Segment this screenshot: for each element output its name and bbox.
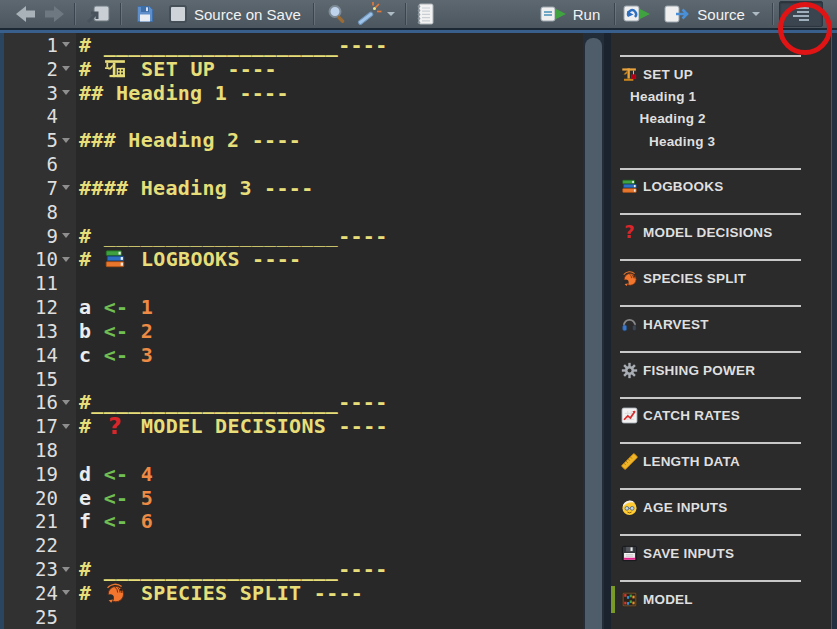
code-line[interactable]: c <- 3 — [76, 343, 583, 367]
document-outline-toggle-button[interactable] — [779, 1, 823, 27]
editor-line[interactable]: 24# SPECIES SPLIT ---- — [4, 581, 583, 605]
code-line[interactable]: a <- 1 — [76, 295, 583, 319]
code-line[interactable]: ## Heading 1 ---- — [76, 81, 583, 105]
code-line[interactable] — [76, 104, 583, 128]
source-button[interactable]: Source — [664, 3, 745, 25]
editor-line[interactable]: 4 — [4, 104, 583, 128]
fold-chevron-icon[interactable] — [62, 42, 70, 47]
editor-line[interactable]: 2# SET UP ---- — [4, 57, 583, 81]
outline-item[interactable]: HARVEST — [620, 313, 831, 335]
outline-separator[interactable] — [620, 351, 801, 353]
wand-dropdown-caret[interactable] — [387, 12, 395, 16]
code-line[interactable]: f <- 6 — [76, 510, 583, 534]
editor-line[interactable]: 9# ___________________---- — [4, 224, 583, 248]
fold-chevron-icon[interactable] — [62, 567, 70, 572]
code-line[interactable]: # LOGBOOKS ---- — [76, 247, 583, 271]
scrollbar-thumb[interactable] — [585, 38, 602, 629]
compile-notebook-icon[interactable] — [414, 2, 436, 26]
code-line[interactable]: # SPECIES SPLIT ---- — [76, 581, 583, 605]
fold-chevron-icon[interactable] — [62, 590, 70, 595]
editor-line[interactable]: 11 — [4, 271, 583, 295]
editor-line[interactable]: 3## Heading 1 ---- — [4, 81, 583, 105]
code-tools-wand-icon[interactable] — [356, 2, 383, 26]
code-line[interactable] — [76, 605, 583, 629]
outline-item[interactable]: LOGBOOKS — [620, 176, 831, 198]
code-line[interactable]: #### Heading 3 ---- — [76, 176, 583, 200]
show-in-new-window-icon[interactable] — [85, 3, 111, 25]
fold-chevron-icon[interactable] — [62, 185, 70, 190]
code-line[interactable]: #____________________---- — [76, 390, 583, 414]
outline-item[interactable]: Heading 3 — [620, 130, 831, 152]
editor-line[interactable]: 20e <- 5 — [4, 486, 583, 510]
fold-chevron-icon[interactable] — [62, 138, 70, 143]
source-dropdown-caret[interactable] — [752, 12, 760, 16]
save-icon[interactable] — [135, 4, 155, 24]
outline-separator[interactable] — [620, 213, 801, 215]
editor-line[interactable]: 21f <- 6 — [4, 510, 583, 534]
editor-line[interactable]: 13b <- 2 — [4, 319, 583, 343]
rerun-icon[interactable] — [623, 3, 650, 25]
outline-separator[interactable] — [620, 442, 801, 444]
fold-chevron-icon[interactable] — [62, 424, 70, 429]
editor-line[interactable]: 23# ___________________---- — [4, 557, 583, 581]
editor-line[interactable]: 8 — [4, 200, 583, 224]
editor-line[interactable]: 15 — [4, 367, 583, 391]
search-icon[interactable] — [326, 3, 348, 25]
code-editor[interactable]: 1# ___________________----2# SET UP ----… — [4, 33, 583, 629]
code-line[interactable]: ### Heading 2 ---- — [76, 128, 583, 152]
outline-item[interactable]: SET UP — [620, 63, 831, 85]
outline-separator[interactable] — [620, 534, 801, 536]
editor-line[interactable]: 19d <- 4 — [4, 462, 583, 486]
code-line[interactable]: # SET UP ---- — [76, 57, 583, 81]
code-line[interactable] — [76, 533, 583, 557]
fold-chevron-icon[interactable] — [62, 66, 70, 71]
outline-item[interactable]: FISHING POWER — [620, 359, 831, 381]
editor-line[interactable]: 10# LOGBOOKS ---- — [4, 247, 583, 271]
editor-line[interactable]: 18 — [4, 438, 583, 462]
outline-separator[interactable] — [620, 305, 801, 307]
fold-chevron-icon[interactable] — [62, 233, 70, 238]
editor-line[interactable]: 12a <- 1 — [4, 295, 583, 319]
outline-separator[interactable] — [620, 55, 801, 57]
outline-item[interactable]: AGE INPUTS — [620, 496, 831, 518]
code-line[interactable]: # ___________________---- — [76, 224, 583, 248]
code-line[interactable]: # ? MODEL DECISIONS ---- — [76, 414, 583, 438]
outline-separator[interactable] — [620, 168, 801, 170]
editor-line[interactable]: 14c <- 3 — [4, 343, 583, 367]
code-line[interactable] — [76, 152, 583, 176]
fold-chevron-icon[interactable] — [62, 257, 70, 262]
code-line[interactable] — [76, 200, 583, 224]
back-icon[interactable] — [14, 3, 38, 25]
editor-line[interactable]: 5### Heading 2 ---- — [4, 128, 583, 152]
code-line[interactable]: # ___________________---- — [76, 33, 583, 57]
fold-chevron-icon[interactable] — [62, 90, 70, 95]
outline-separator[interactable] — [620, 259, 801, 261]
code-line[interactable]: b <- 2 — [76, 319, 583, 343]
editor-line[interactable]: 1# ___________________---- — [4, 33, 583, 57]
code-line[interactable]: # ___________________---- — [76, 557, 583, 581]
editor-line[interactable]: 6 — [4, 152, 583, 176]
source-on-save-label[interactable]: Source on Save — [194, 6, 301, 23]
fold-chevron-icon[interactable] — [62, 400, 70, 405]
editor-line[interactable]: 22 — [4, 533, 583, 557]
editor-line[interactable]: 25 — [4, 605, 583, 629]
outline-item[interactable]: ?MODEL DECISIONS — [620, 221, 831, 243]
editor-line[interactable]: 16#____________________---- — [4, 390, 583, 414]
outline-item[interactable]: Heading 1 — [620, 85, 831, 107]
code-line[interactable] — [76, 271, 583, 295]
outline-separator[interactable] — [620, 580, 801, 582]
outline-item[interactable]: CATCH RATES — [620, 405, 831, 427]
outline-item[interactable]: LENGTH DATA — [620, 450, 831, 472]
source-on-save-checkbox[interactable] — [169, 5, 187, 23]
code-line[interactable]: d <- 4 — [76, 462, 583, 486]
run-button[interactable]: Run — [540, 3, 601, 25]
code-line[interactable] — [76, 367, 583, 391]
editor-scrollbar[interactable] — [583, 33, 604, 629]
forward-icon[interactable] — [42, 3, 66, 25]
editor-line[interactable]: 17# ? MODEL DECISIONS ---- — [4, 414, 583, 438]
outline-item[interactable]: SAVE INPUTS — [620, 542, 831, 564]
outline-item[interactable]: Heading 2 — [620, 108, 831, 130]
outline-separator[interactable] — [620, 397, 801, 399]
outline-item[interactable]: SPECIES SPLIT — [620, 267, 831, 289]
outline-item[interactable]: MODEL — [620, 588, 831, 610]
